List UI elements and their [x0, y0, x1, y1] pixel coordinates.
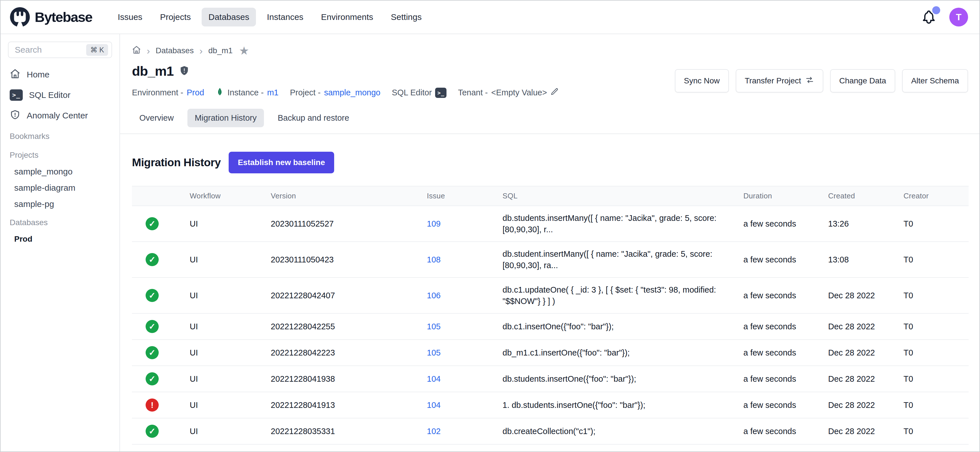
edit-pencil-icon[interactable] — [550, 87, 559, 98]
alter-schema-button[interactable]: Alter Schema — [902, 69, 968, 93]
workflow-cell: UI — [176, 366, 257, 392]
avatar[interactable]: T — [949, 8, 968, 27]
project-link[interactable]: sample_mongo — [324, 88, 380, 97]
sidebar: ⌘ K Home >_ SQL Editor — [0, 34, 120, 452]
page-actions: Sync Now Transfer Project Change Data Al… — [675, 69, 968, 93]
duration-cell: a few seconds — [730, 313, 815, 340]
workflow-cell: UI — [176, 206, 257, 242]
tenant-label: Tenant - — [458, 88, 488, 97]
table-row[interactable]: UI 20221228041913 104 1. db.students.ins… — [132, 392, 969, 418]
duration-cell: a few seconds — [730, 366, 815, 392]
nav-issues[interactable]: Issues — [111, 8, 149, 27]
version-cell: 20221228035331 — [257, 418, 413, 444]
created-cell: Dec 28 2022 — [815, 340, 890, 366]
table-row[interactable]: UI 20221228042223 105 db_m1.c1.insertOne… — [132, 340, 969, 366]
table-row[interactable]: UI 20221228041938 104 db.students.insert… — [132, 366, 969, 392]
bookmark-star-icon[interactable]: ★ — [239, 45, 249, 56]
version-cell: 20221228042223 — [257, 340, 413, 366]
nav-environments[interactable]: Environments — [314, 8, 380, 27]
nav-databases[interactable]: Databases — [202, 8, 256, 27]
sql-cell: db.student.insertMany([ { name: "Jacika"… — [489, 242, 730, 278]
issue-link[interactable]: 102 — [427, 426, 441, 436]
tab-backup-and-restore[interactable]: Backup and restore — [270, 109, 356, 127]
issue-link[interactable]: 106 — [427, 291, 441, 300]
workflow-cell: UI — [176, 392, 257, 418]
transfer-project-button[interactable]: Transfer Project — [736, 69, 823, 93]
table-row[interactable]: UI 20221228042255 105 db.c1.insertOne({"… — [132, 313, 969, 340]
tabs-divider — [120, 134, 980, 134]
created-cell: Dec 28 2022 — [815, 313, 890, 340]
bytebase-logo[interactable]: Bytebase — [9, 6, 92, 28]
bytebase-logo-icon — [9, 6, 31, 28]
breadcrumb-db-m1[interactable]: db_m1 — [208, 46, 233, 55]
issue-link[interactable]: 109 — [427, 219, 441, 228]
breadcrumb-home-icon[interactable] — [132, 45, 141, 56]
search-box[interactable]: ⌘ K — [8, 42, 112, 58]
sidebar-project-sample-mongo[interactable]: sample_mongo — [8, 163, 112, 180]
transfer-arrows-icon — [805, 75, 814, 86]
chevron-right-icon: › — [199, 46, 202, 56]
workflow-cell: UI — [176, 242, 257, 278]
sidebar-project-sample-pg[interactable]: sample-pg — [8, 196, 112, 212]
issue-link[interactable]: 105 — [427, 322, 441, 331]
environment-link[interactable]: Prod — [187, 88, 204, 97]
col-version: Version — [257, 186, 413, 206]
success-status-icon — [146, 425, 159, 438]
search-input[interactable] — [14, 45, 86, 55]
workflow-cell: UI — [176, 418, 257, 444]
workflow-cell: UI — [176, 313, 257, 340]
tab-migration-history[interactable]: Migration History — [188, 109, 264, 127]
table-row[interactable]: UI 20230111052527 109 db.students.insert… — [132, 206, 969, 242]
establish-baseline-button[interactable]: Establish new baseline — [229, 152, 334, 173]
creator-cell: T0 — [890, 366, 969, 392]
col-workflow: Workflow — [176, 186, 257, 206]
table-row[interactable]: UI 20221228042407 106 db.c1.updateOne( {… — [132, 278, 969, 313]
tab-overview[interactable]: Overview — [132, 109, 181, 127]
sql-cell: db.createCollection("c1"); — [489, 418, 730, 444]
issue-link[interactable]: 104 — [427, 401, 441, 410]
issue-link[interactable]: 108 — [427, 255, 441, 264]
col-status — [132, 186, 176, 206]
terminal-icon: >_ — [435, 88, 447, 98]
mongodb-leaf-icon — [216, 87, 224, 99]
sql-editor-shortcut[interactable]: SQL Editor >_ — [392, 88, 447, 98]
instance-link[interactable]: m1 — [267, 88, 278, 97]
sql-cell: db.students.insertMany([ { name: "Jacika… — [489, 206, 730, 242]
sidebar-item-home[interactable]: Home — [8, 64, 112, 85]
issue-link[interactable]: 104 — [427, 374, 441, 383]
version-cell: 20221228041913 — [257, 392, 413, 418]
version-cell: 20221228041938 — [257, 366, 413, 392]
issue-link[interactable]: 105 — [427, 348, 441, 357]
sidebar-section-databases: Databases — [8, 214, 112, 231]
created-cell: Dec 28 2022 — [815, 278, 890, 313]
nav-instances[interactable]: Instances — [260, 8, 310, 27]
success-status-icon — [146, 253, 159, 266]
sidebar-item-sql-editor[interactable]: >_ SQL Editor — [8, 85, 112, 105]
environment-label: Environment - — [132, 88, 183, 97]
version-cell: 20221228042407 — [257, 278, 413, 313]
notifications-bell-icon[interactable] — [921, 8, 937, 26]
table-row[interactable]: UI 20230111050423 108 db.student.insertM… — [132, 242, 969, 278]
success-status-icon — [146, 289, 159, 302]
change-data-button[interactable]: Change Data — [830, 69, 895, 93]
shield-icon — [10, 109, 21, 122]
created-cell: 13:08 — [815, 242, 890, 278]
sidebar-project-sample-diagram[interactable]: sample-diagram — [8, 180, 112, 196]
duration-cell: a few seconds — [730, 206, 815, 242]
sql-cell: db.c1.updateOne( { _id: 3 }, [ { $set: {… — [489, 278, 730, 313]
col-created: Created — [815, 186, 890, 206]
sql-cell: db.c1.insertOne({"foo": "bar"}); — [489, 313, 730, 340]
nav-projects[interactable]: Projects — [153, 8, 198, 27]
protect-shield-icon — [179, 65, 190, 77]
sync-now-button[interactable]: Sync Now — [675, 69, 729, 93]
brand-name: Bytebase — [35, 9, 92, 25]
table-row[interactable]: UI 20221228035331 102 db.createCollectio… — [132, 418, 969, 444]
breadcrumb-databases[interactable]: Databases — [156, 46, 194, 55]
success-status-icon — [146, 346, 159, 359]
creator-cell: T0 — [890, 278, 969, 313]
error-status-icon — [146, 398, 159, 412]
nav-settings[interactable]: Settings — [384, 8, 428, 27]
col-creator: Creator — [890, 186, 969, 206]
sidebar-database-prod[interactable]: Prod — [8, 231, 112, 247]
sidebar-item-anomaly-center[interactable]: Anomaly Center — [8, 105, 112, 126]
